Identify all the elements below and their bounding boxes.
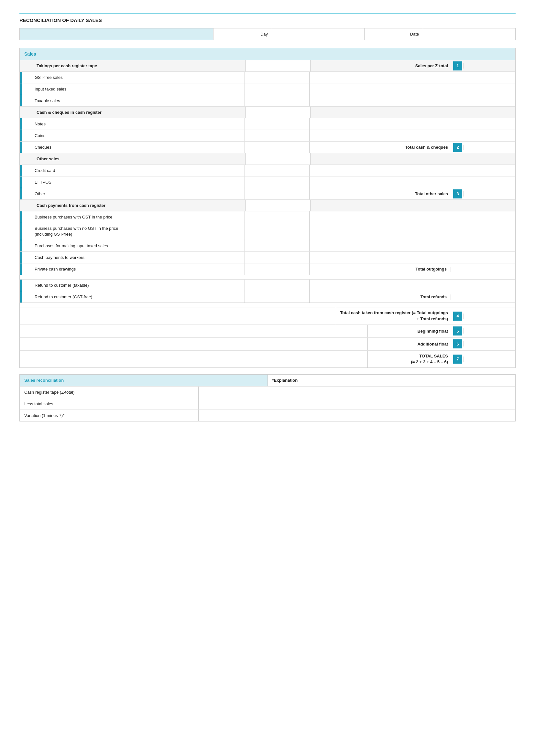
page-title: RECONCILIATION OF DAILY SALES — [19, 13, 516, 23]
row-accent — [20, 72, 22, 83]
summary-right-7: TOTAL SALES(= 2 + 3 + 4 – 5 – 6) 7 — [367, 351, 515, 367]
summary-row-4: Total cash taken from cash register (= T… — [20, 307, 515, 324]
recon-row-input[interactable] — [198, 387, 263, 398]
total-refunds-input[interactable] — [451, 294, 515, 300]
summary-input-6[interactable] — [464, 341, 515, 346]
row-accent — [20, 291, 22, 303]
summary-label-4: Total cash taken from cash register (= T… — [336, 308, 452, 324]
row-input[interactable] — [244, 176, 309, 188]
cash-payments-header-input[interactable] — [245, 200, 310, 211]
row-input[interactable] — [244, 280, 309, 291]
recon-row-input[interactable] — [198, 410, 263, 421]
header-date-label: Date — [364, 28, 423, 40]
row-input[interactable] — [244, 118, 309, 130]
row-input[interactable] — [244, 95, 309, 106]
takings-header-label: Takings per cash register tape — [33, 60, 245, 71]
row-input[interactable] — [244, 130, 309, 141]
row-input[interactable] — [244, 211, 309, 223]
row-input[interactable] — [244, 240, 309, 252]
recon-left: Cash register tape (Z-total) — [20, 387, 263, 398]
recon-left: Variation (1 minus 7)* — [20, 410, 263, 421]
total-other-sales-label: Total other sales — [310, 189, 452, 199]
row-right-empty — [309, 223, 516, 240]
row-input[interactable] — [244, 83, 309, 95]
row-label: Notes — [31, 118, 244, 130]
cash-cheques-header-label: Cash & cheques in cash register — [33, 107, 245, 118]
row-input[interactable] — [244, 142, 309, 153]
total-other-sales-input[interactable] — [464, 191, 515, 197]
summary-badge-5: 5 — [453, 326, 462, 336]
recon-row: Variation (1 minus 7)* — [20, 410, 515, 421]
row-input[interactable] — [244, 223, 309, 240]
cash-cheques-header-input[interactable] — [245, 107, 310, 118]
cash-cheques-subheader: Cash & cheques in cash register — [20, 106, 515, 118]
row-input[interactable] — [244, 263, 309, 275]
recon-row-label: Cash register tape (Z-total) — [20, 387, 198, 398]
summary-row-6: Additional float 6 — [20, 338, 515, 350]
row-accent — [20, 118, 22, 130]
main-table: Sales Takings per cash register tape Sal… — [19, 48, 516, 368]
takings-header-input[interactable] — [245, 60, 310, 71]
row-accent — [20, 142, 22, 153]
total-refunds-section: Total refunds — [309, 291, 516, 303]
summary-right-6: Additional float 6 — [367, 338, 515, 350]
table-row: Other Total other sales 3 — [20, 188, 515, 200]
summary-input-7[interactable] — [464, 357, 515, 362]
header-date-value[interactable] — [423, 28, 515, 40]
table-row: Refund to customer (GST-free) Total refu… — [20, 291, 515, 303]
row-accent — [20, 165, 22, 176]
row-input[interactable] — [244, 165, 309, 176]
table-row: Purchases for making input taxed sales — [20, 240, 515, 252]
table-row: EFTPOS — [20, 176, 515, 188]
row-right-empty — [309, 118, 516, 130]
row-label: EFTPOS — [31, 176, 244, 188]
recon-right-empty — [263, 410, 516, 421]
sales-z-total-input[interactable] — [464, 63, 515, 68]
row-right-empty — [309, 211, 516, 223]
recon-header: Sales reconciliation *Explanation — [20, 375, 515, 386]
table-row: Cash payments to workers — [20, 252, 515, 263]
row-right-empty — [309, 72, 516, 83]
row-right-empty — [310, 200, 516, 211]
total-cash-cheques-badge: 2 — [453, 143, 462, 152]
summary-left-empty — [20, 351, 367, 367]
row-label: Private cash drawings — [31, 263, 244, 275]
table-row: Input taxed sales — [20, 83, 515, 95]
row-label: Refund to customer (GST-free) — [31, 291, 244, 303]
sales-section-header: Sales — [20, 48, 515, 60]
summary-input-5[interactable] — [464, 328, 515, 334]
row-label: Business purchases with GST in the price — [31, 211, 244, 223]
separator-row — [20, 275, 515, 279]
row-input[interactable] — [244, 291, 309, 303]
total-outgoings-input[interactable] — [451, 267, 515, 272]
header-day-value[interactable] — [272, 28, 364, 40]
summary-right-5: Beginning float 5 — [367, 325, 515, 338]
row-label: Business purchases with no GST in the pr… — [31, 223, 244, 240]
recon-explanation-label: *Explanation — [268, 375, 516, 386]
total-cash-cheques-label: Total cash & cheques — [310, 142, 452, 152]
row-right-empty — [309, 95, 516, 106]
recon-row-input[interactable] — [198, 398, 263, 410]
summary-left-empty — [20, 325, 367, 338]
header-day-label: Day — [213, 28, 272, 40]
sales-z-badge: 1 — [453, 62, 462, 70]
recon-row-label: Less total sales — [20, 398, 198, 410]
row-right-empty — [309, 165, 516, 176]
row-input[interactable] — [244, 252, 309, 263]
other-sales-subheader: Other sales — [20, 153, 515, 165]
other-sales-header-input[interactable] — [245, 153, 310, 165]
row-input[interactable] — [244, 188, 309, 200]
recon-title: Sales reconciliation — [20, 375, 268, 386]
row-label: GST-free sales — [31, 72, 244, 83]
row-right-empty — [310, 153, 516, 165]
total-cash-cheques-input[interactable] — [464, 145, 515, 150]
summary-input-4[interactable] — [464, 313, 515, 319]
row-right-empty — [309, 83, 516, 95]
recon-row: Cash register tape (Z-total) — [20, 386, 515, 398]
table-row: Business purchases with no GST in the pr… — [20, 223, 515, 240]
sales-z-total-label: Sales per Z-total — [311, 61, 452, 71]
row-label: Coins — [31, 130, 244, 141]
row-input[interactable] — [244, 72, 309, 83]
row-label: Refund to customer (taxable) — [31, 280, 244, 291]
table-row: Cheques Total cash & cheques 2 — [20, 141, 515, 153]
